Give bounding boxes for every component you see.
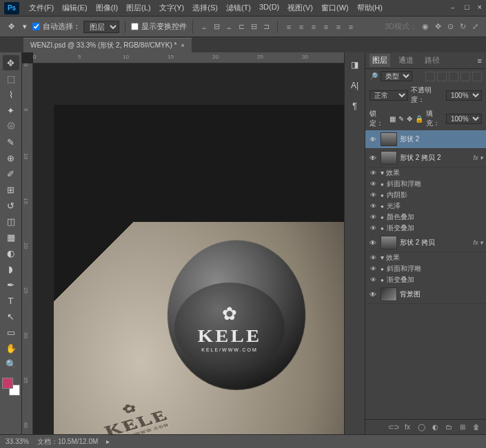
align-left-icon[interactable]: ⊏	[236, 21, 247, 32]
menu-item[interactable]: 图层(L)	[122, 1, 154, 14]
dodge-tool[interactable]: ◗	[3, 261, 19, 276]
marquee-tool[interactable]: ⬚	[3, 71, 19, 86]
blend-mode-select[interactable]: 正常	[369, 90, 408, 101]
tab-paths[interactable]: 路径	[422, 54, 443, 67]
blur-tool[interactable]: ◐	[3, 245, 19, 261]
menu-item[interactable]: 滤镜(T)	[222, 1, 255, 14]
fill-input[interactable]: 100%	[446, 114, 482, 124]
lock-all-icon[interactable]: 🔒	[415, 115, 423, 123]
layer-item[interactable]: 👁形状 2 拷贝fx ▾	[365, 234, 486, 252]
layer-thumbnail[interactable]	[381, 151, 397, 165]
filter-pixel-icon[interactable]	[425, 72, 435, 81]
visibility-icon[interactable]: 👁	[368, 225, 378, 232]
link-layers-icon[interactable]: ⊂⊃	[388, 422, 399, 432]
dist-icon[interactable]: ≡	[283, 21, 294, 32]
info-chevron-icon[interactable]: ▸	[106, 438, 110, 445]
brush-tool[interactable]: ✐	[3, 166, 19, 181]
visibility-icon[interactable]: 👁	[368, 136, 378, 143]
minimize-icon[interactable]: －	[449, 3, 456, 13]
tab-channels[interactable]: 通道	[396, 54, 416, 67]
history-brush-tool[interactable]: ↺	[3, 198, 19, 213]
wand-tool[interactable]: ✦	[3, 103, 19, 118]
new-layer-icon[interactable]: ⊞	[457, 422, 468, 432]
menu-item[interactable]: 3D(D)	[255, 1, 283, 14]
visibility-icon[interactable]: 👁	[368, 192, 378, 198]
menu-item[interactable]: 选择(S)	[188, 1, 222, 14]
filter-icon[interactable]: 🔎	[369, 72, 378, 80]
lock-position-icon[interactable]: ✥	[407, 115, 412, 123]
hand-tool[interactable]: ✋	[3, 340, 19, 356]
dist-icon[interactable]: ≡	[345, 21, 356, 32]
paragraph-panel-icon[interactable]: ¶	[348, 99, 362, 113]
pen-tool[interactable]: ✒	[3, 277, 19, 292]
maximize-icon[interactable]: □	[465, 3, 469, 13]
visibility-icon[interactable]: 👁	[368, 239, 378, 247]
visibility-icon[interactable]: 👁	[368, 291, 378, 298]
close-icon[interactable]: ×	[478, 3, 482, 13]
opacity-input[interactable]: 100%	[446, 90, 482, 101]
layer-item[interactable]: 👁形状 2 拷贝 2fx ▾	[365, 149, 486, 167]
lasso-tool[interactable]: ⌇	[3, 87, 19, 102]
visibility-icon[interactable]: 👁	[368, 170, 378, 176]
layer-effect[interactable]: 👁● 渐变叠加	[365, 274, 486, 285]
tab-layers[interactable]: 图层	[369, 54, 390, 67]
layer-thumbnail[interactable]	[381, 236, 397, 250]
visibility-icon[interactable]: 👁	[368, 154, 378, 162]
scale-icon[interactable]: ⤢	[469, 21, 480, 32]
align-right-icon[interactable]: ⊐	[261, 21, 272, 32]
align-bottom-icon[interactable]: ⫠	[223, 21, 234, 32]
document-info[interactable]: 文档：10.5M/12.0M	[37, 437, 98, 447]
stamp-tool[interactable]: ⊞	[3, 182, 19, 197]
canvas-area[interactable]: 051015202530 0510152025303540 ✿ KELE KEL…	[22, 52, 344, 434]
menu-item[interactable]: 文件(F)	[25, 1, 58, 14]
layer-effect[interactable]: 👁● 颜色叠加	[365, 212, 486, 223]
heal-tool[interactable]: ⊕	[3, 150, 19, 165]
orbit-icon[interactable]: ◉	[420, 21, 431, 32]
filter-type-select[interactable]: 类型	[381, 71, 412, 81]
character-panel-icon[interactable]: A|	[348, 79, 362, 92]
auto-select-checkbox[interactable]: 自动选择：	[32, 21, 81, 32]
panel-menu-icon[interactable]: ≡	[478, 57, 482, 65]
fx-indicator[interactable]: fx ▾	[473, 239, 483, 246]
mask-icon[interactable]: ◯	[416, 422, 427, 432]
ruler-vertical[interactable]: 0510152025303540	[22, 63, 33, 434]
crop-tool[interactable]: ⦾	[3, 119, 19, 134]
layer-effect[interactable]: 👁● 渐变叠加	[365, 223, 486, 234]
gradient-tool[interactable]: ▦	[3, 230, 19, 245]
visibility-icon[interactable]: 👁	[368, 214, 378, 221]
layer-thumbnail[interactable]	[381, 132, 397, 146]
color-swatches[interactable]	[2, 378, 20, 396]
menu-item[interactable]: 帮助(H)	[353, 1, 387, 14]
auto-select-input[interactable]	[32, 23, 40, 30]
eraser-tool[interactable]: ◫	[3, 214, 19, 229]
lock-pixels-icon[interactable]: ✎	[398, 115, 404, 123]
lock-transparency-icon[interactable]: ▦	[389, 115, 396, 123]
layer-item[interactable]: 👁形状 2	[365, 130, 486, 149]
filter-text-icon[interactable]	[449, 72, 458, 81]
fx-icon[interactable]: fx	[402, 422, 413, 432]
history-panel-icon[interactable]: ◨	[348, 58, 362, 72]
dist-icon[interactable]: ≡	[333, 21, 344, 32]
move-tool-icon[interactable]: ✥	[6, 21, 17, 32]
layer-effect[interactable]: 👁▾ 效果	[365, 167, 486, 179]
eyedropper-tool[interactable]: ✎	[3, 134, 19, 150]
visibility-icon[interactable]: 👁	[368, 181, 378, 187]
layer-effect[interactable]: 👁● 斜面和浮雕	[365, 179, 486, 190]
fx-indicator[interactable]: fx ▾	[473, 154, 483, 161]
dist-icon[interactable]: ≡	[308, 21, 319, 32]
foreground-color[interactable]	[2, 378, 13, 389]
tab-close-icon[interactable]: ×	[181, 42, 184, 49]
layer-item[interactable]: 👁背景图	[365, 285, 486, 304]
zoom-tool[interactable]: 🔍	[3, 356, 19, 371]
menu-item[interactable]: 图像(I)	[92, 1, 122, 14]
pan-icon[interactable]: ✥	[432, 21, 443, 32]
filter-shape-icon[interactable]	[460, 72, 470, 81]
delete-layer-icon[interactable]: 🗑	[471, 422, 482, 432]
filter-smartobj-icon[interactable]	[472, 72, 482, 81]
group-icon[interactable]: 🗀	[443, 422, 454, 432]
filter-adjust-icon[interactable]	[437, 72, 447, 81]
layer-effect[interactable]: 👁▾ 效果	[365, 252, 486, 263]
document-tab[interactable]: WENZI.psd @ 33.3% (形状 2, RGB/8#/CMYK) * …	[23, 38, 192, 52]
dist-icon[interactable]: ≡	[321, 21, 332, 32]
path-tool[interactable]: ↖	[3, 309, 19, 324]
